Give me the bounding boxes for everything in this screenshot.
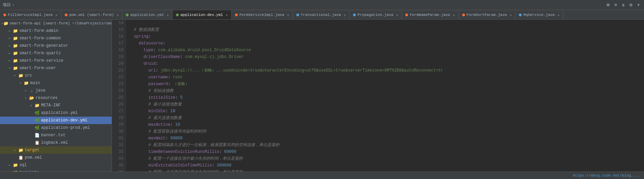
meta-inf-icon: 📁 xyxy=(34,103,40,108)
label-banner: banner.txt xyxy=(41,133,109,138)
code-line-15: # 数据源配置 xyxy=(129,26,641,33)
toolbar-icons: ⊞ ≡ ⇅ ⚙ ▾ xyxy=(605,1,641,8)
sidebar-item-prod-yml[interactable]: ▸ 🌿 application-prod.yml xyxy=(0,124,112,132)
code-line-28: # 最大连接池数量 xyxy=(129,115,641,121)
sort-icon[interactable]: ⇅ xyxy=(621,1,626,8)
tab-label-form-sort: FormSortParam.java xyxy=(467,13,507,17)
logback-icon: 📋 xyxy=(34,140,40,145)
sidebar-item-pom-user[interactable]: ▸ 📋 pom.xml xyxy=(0,154,112,161)
label-main: main xyxy=(30,81,109,85)
tab-label-transactional: Transactional.java xyxy=(301,13,341,17)
tab-label-fill-service: FillServiceImpl.java xyxy=(8,13,53,17)
tab-pom-smart-form[interactable]: pom.xml (smart-form) ✕ xyxy=(61,10,123,20)
label-app-yml: application.yml xyxy=(41,111,109,115)
tab-close-form-sort[interactable]: ✕ xyxy=(510,13,512,17)
sidebar-item-app-yml[interactable]: ▸ 🌿 application.yml xyxy=(0,109,112,117)
code-line-18: type: com.alibaba.druid.pool.DruidDataSo… xyxy=(129,47,641,54)
more-icon[interactable]: ▾ xyxy=(636,1,641,8)
tab-form-sort-param[interactable]: FormSortParam.java ✕ xyxy=(459,10,515,20)
code-line-23: password: （省略） xyxy=(129,81,641,87)
tab-dot-form-sort xyxy=(462,14,465,16)
code-line-19: driverClassName: com.mysql.cj.jdbc.Drive… xyxy=(129,54,641,60)
sidebar-item-admin[interactable]: ▸ 📁 smart-form-admin xyxy=(0,27,112,35)
status-url[interactable]: https://ahcg.csdn.net/blog_... xyxy=(573,174,640,178)
tab-dot-form-name xyxy=(405,14,408,16)
tab-transactional[interactable]: Transactional.java ✕ xyxy=(293,10,350,20)
label-pom-user: pom.xml xyxy=(25,155,109,160)
tab-dot-mq xyxy=(519,14,522,16)
code-line-14 xyxy=(129,20,641,26)
project-label[interactable]: 项目 xyxy=(3,2,11,8)
sidebar-item-generator[interactable]: ▸ 📁 smart-form-generator xyxy=(0,42,112,49)
tab-form-service-impl[interactable]: FormServiceImpl.java ✕ xyxy=(232,10,293,20)
tab-application-dev-yml[interactable]: application-dev.yml ✕ xyxy=(173,10,232,20)
code-line-20: druid: xyxy=(129,60,641,67)
label-user: smart-form-user xyxy=(19,66,109,71)
tab-close-dev-yml[interactable]: ✕ xyxy=(226,13,228,17)
sidebar-item-target[interactable]: ▸ 📁 target xyxy=(0,146,112,154)
sidebar-item-dev-yml[interactable]: ▸ 🌿 application-dev.yml xyxy=(0,117,112,124)
sidebar-item-quartz[interactable]: ▸ 📁 smart-form-quartz xyxy=(0,49,112,57)
sidebar-item-logback[interactable]: ▸ 📋 logback.xml xyxy=(0,139,112,146)
code-line-24: # 初始连接数 xyxy=(129,87,641,94)
tab-application-yml[interactable]: application.yml ✕ xyxy=(122,10,173,20)
prod-yml-icon: 🌿 xyxy=(34,125,40,131)
tab-close-fill-service[interactable]: ✕ xyxy=(55,13,58,17)
arrow-service: ▸ xyxy=(7,59,12,63)
sidebar-item-resources[interactable]: ▾ 📂 resources xyxy=(0,94,112,102)
banner-icon: 📄 xyxy=(34,133,40,138)
tab-close-form-service[interactable]: ✕ xyxy=(287,13,289,17)
label-prod-yml: application-prod.yml xyxy=(41,125,109,130)
sidebar-item-service[interactable]: ▸ 📁 smart-form-service xyxy=(0,57,112,64)
label-java: java xyxy=(36,88,109,93)
tab-close-propagation[interactable]: ✕ xyxy=(396,13,398,17)
arrow-target: ▸ xyxy=(12,148,18,152)
arrow-meta-inf: ▸ xyxy=(28,103,34,107)
label-src: src xyxy=(25,73,109,78)
module-icon-user: 📁 xyxy=(12,66,18,71)
arrow-common: ▸ xyxy=(7,36,12,40)
settings-icon[interactable]: ⚙ xyxy=(628,1,633,8)
tab-close-app-yml[interactable]: ✕ xyxy=(167,13,169,17)
sidebar-item-banner[interactable]: ▸ 📄 banner.txt xyxy=(0,132,112,139)
sidebar-item-main[interactable]: ▾ 📁 main xyxy=(0,79,112,87)
tab-close-transactional[interactable]: ✕ xyxy=(344,13,346,17)
arrow-admin: ▸ xyxy=(7,29,12,33)
tab-form-name-param[interactable]: FormNameParam.java ✕ xyxy=(402,10,458,20)
code-line-22: username: root xyxy=(129,74,641,81)
src-icon: 📁 xyxy=(18,73,24,78)
arrow-user: ▾ xyxy=(7,66,12,70)
module-icon-gen: 📁 xyxy=(12,43,18,48)
code-line-33: timeBetweenEvictionRunsMillis: 60000 xyxy=(129,148,641,155)
code-line-25: initialSize: 5 xyxy=(129,94,641,101)
tab-fill-service[interactable]: FillServiceImpl.java ✕ xyxy=(0,10,61,20)
sidebar-item-user[interactable]: ▾ 📁 smart-form-user xyxy=(0,64,112,72)
sidebar-item-template[interactable]: ▸ 📁 template xyxy=(0,169,112,172)
code-line-34: # 配置一个连接在池中最小生存的时间，单位是毫秒 xyxy=(129,155,641,162)
dropdown-arrow[interactable]: ▾ xyxy=(12,3,14,7)
tab-close-mq[interactable]: ✕ xyxy=(558,13,560,17)
sidebar-item-common[interactable]: ▸ 📁 smart-form-common xyxy=(0,35,112,42)
tab-label-form-service: FormServiceImpl.java xyxy=(239,13,284,17)
sidebar-item-java[interactable]: ▸ ☕ java xyxy=(0,87,112,94)
dev-yml-icon: 🌿 xyxy=(34,118,40,123)
label-resources: resources xyxy=(36,96,109,100)
arrow-resources: ▾ xyxy=(23,96,28,100)
tab-dot-transactional xyxy=(296,14,299,16)
editor[interactable]: 14 15 16 17 18 19 20 21 22 23 24 25 26 2… xyxy=(112,20,644,172)
tab-propagation[interactable]: Propagation.java ✕ xyxy=(350,10,402,20)
code-line-32: # 配置间隔多久才进行一次检测，检测需要关闭的空闲连接，单位是毫秒 xyxy=(129,142,641,148)
layout-icon[interactable]: ⊞ xyxy=(605,1,611,8)
tab-close-pom[interactable]: ✕ xyxy=(117,13,119,17)
code-line-35: minEvictableIdleTimeMillis: 300000 xyxy=(129,162,641,169)
sidebar-item-sql[interactable]: ▸ 📁 sql xyxy=(0,161,112,169)
tab-close-form-name[interactable]: ✕ xyxy=(453,13,455,17)
sidebar-item-src[interactable]: ▾ 📁 src xyxy=(0,72,112,79)
arrow-src: ▾ xyxy=(12,74,18,78)
list-icon[interactable]: ≡ xyxy=(613,2,618,8)
tab-mq-service[interactable]: MqService.java ✕ xyxy=(515,10,563,20)
code-area[interactable]: # 数据源配置 spring: datasource: type: com.al… xyxy=(126,20,644,172)
sidebar-item-meta-inf[interactable]: ▸ 📁 META-INF xyxy=(0,102,112,109)
sidebar-item-root[interactable]: ▾ 📁 smart-form-api [smart-form] ~/IdeaPr… xyxy=(0,20,112,27)
app-yml-icon: 🌿 xyxy=(34,111,40,116)
